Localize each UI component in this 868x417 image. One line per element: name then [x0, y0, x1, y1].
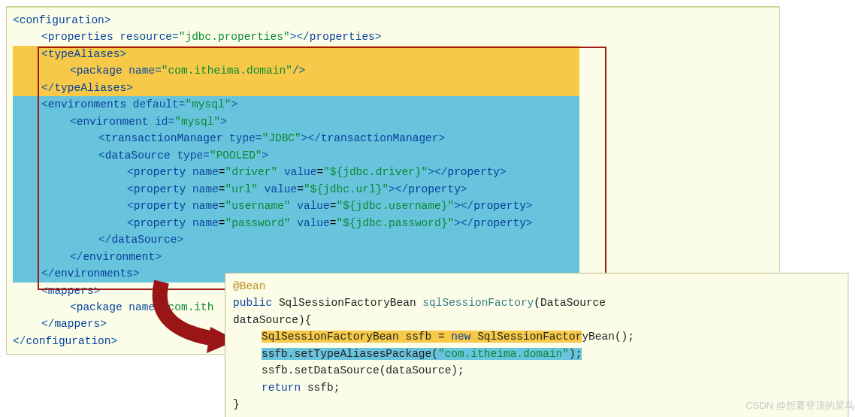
code-line-highlighted: <property name="url" value="${jdbc.url}"… [13, 181, 579, 198]
code-line-highlighted: <property name="username" value="${jdbc.… [13, 198, 579, 214]
xml-value: "username" [225, 200, 291, 212]
code-line-highlighted: <property name="driver" value="${jdbc.dr… [13, 164, 579, 180]
xml-tag: properties [48, 31, 113, 43]
xml-value: "POOLED" [210, 150, 262, 162]
java-code: ssfb; [301, 382, 340, 394]
bracket: > [155, 251, 162, 263]
xml-value: "com.ith [162, 301, 214, 313]
xml-tag: environment [83, 251, 155, 263]
xml-attr: value [297, 217, 330, 229]
code-line-highlighted: <environment id="mysql"> [13, 113, 579, 130]
xml-value: "com.itheima.domain" [162, 65, 292, 77]
xml-tag: property [134, 166, 186, 178]
xml-tag: property [134, 217, 186, 229]
code-line-highlighted: ssfb.setTypeAliasesPackage("com.itheima.… [233, 346, 840, 362]
equals: = [203, 150, 210, 162]
bracket: </ [70, 251, 83, 263]
code-line-highlighted: <package name="com.itheima.domain"/> [13, 62, 579, 79]
xml-tag: properties [310, 31, 375, 43]
xml-attr: value [284, 166, 317, 178]
bracket: < [41, 31, 48, 43]
code-line-highlighted: <environments default="mysql"> [13, 96, 579, 113]
bracket: > [526, 200, 533, 212]
xml-value: "${jdbc.url}" [304, 183, 389, 195]
bracket: </ [41, 82, 54, 94]
java-keyword: public [233, 297, 272, 309]
xml-tag: typeAliases [48, 48, 120, 60]
bracket: > [375, 31, 382, 43]
xml-value: "url" [225, 183, 259, 195]
xml-attr: value [265, 183, 298, 195]
brace: ){ [298, 314, 311, 326]
xml-tag: environment [77, 116, 149, 128]
java-code: ssfb.setDataSource(dataSource); [262, 364, 464, 376]
bracket: ></ [454, 200, 473, 212]
code-line-highlighted: <typeAliases> [13, 46, 579, 62]
xml-tag: configuration [26, 335, 110, 347]
code-line: public SqlSessionFactoryBean sqlSessionF… [233, 295, 840, 311]
xml-tag: dataSource [111, 234, 177, 246]
equals: = [155, 65, 162, 77]
xml-value: "${jdbc.username}" [336, 200, 454, 212]
bracket: > [526, 217, 533, 229]
bracket: < [41, 285, 48, 297]
bracket: < [70, 65, 77, 77]
bracket: > [133, 267, 140, 280]
code-line-highlighted: <transactionManager type="JDBC"></transa… [13, 130, 579, 147]
bracket: > [126, 82, 133, 94]
bracket: > [262, 150, 269, 162]
bracket: < [127, 200, 134, 212]
java-code: SqlSessionFactor [470, 331, 582, 343]
bracket: </ [13, 335, 26, 347]
xml-value: "jdbc.properties" [179, 31, 290, 43]
code-line-highlighted: SqlSessionFactoryBean ssfb = new SqlSess… [233, 328, 840, 345]
java-type: DataSource [540, 297, 606, 309]
java-string: "com.itheima.domain" [438, 348, 569, 360]
xml-tag: property [134, 183, 186, 195]
xml-attr: name [192, 166, 219, 178]
equals: = [172, 31, 179, 43]
equals: = [256, 132, 262, 144]
code-line: <configuration> [13, 12, 773, 29]
bracket: > [177, 234, 183, 246]
bracket: > [500, 166, 507, 178]
xml-value: "JDBC" [262, 132, 301, 144]
equals: = [155, 301, 162, 313]
bracket: ></ [290, 31, 310, 43]
bracket: < [41, 98, 48, 110]
java-method: sqlSessionFactory [422, 297, 534, 309]
xml-value: "password" [225, 217, 291, 229]
xml-attr: type [177, 150, 203, 162]
xml-attr: default [133, 98, 179, 110]
bracket: < [127, 166, 134, 178]
bracket: > [231, 98, 237, 110]
brace: } [233, 398, 240, 410]
xml-value: "driver" [225, 166, 278, 178]
xml-value: "mysql" [174, 116, 220, 128]
xml-tag: environments [54, 267, 132, 280]
xml-attr: id [155, 116, 168, 128]
code-line-highlighted: </typeAliases> [13, 80, 579, 96]
xml-tag: mappers [48, 285, 94, 297]
bracket: > [104, 14, 111, 26]
bracket: < [98, 132, 105, 144]
bracket: > [119, 48, 126, 60]
xml-attr: name [192, 217, 219, 229]
bracket: < [70, 116, 77, 128]
bracket: > [94, 285, 101, 297]
java-code: ); [569, 348, 582, 360]
xml-value: "mysql" [185, 98, 231, 110]
xml-tag: transactionManager [321, 132, 439, 144]
xml-tag: dataSource [105, 150, 171, 162]
bracket: < [127, 217, 134, 229]
xml-attr: name [192, 200, 219, 212]
java-code: ssfb.setTypeAliasesPackage( [262, 348, 438, 360]
xml-value: "${jdbc.password}" [336, 217, 454, 229]
bracket: ></ [428, 166, 447, 178]
bracket: > [100, 318, 107, 330]
code-line-highlighted: <property name="password" value="${jdbc.… [13, 215, 579, 231]
watermark-text: CSDN @想要登顶的菜鸟 [746, 399, 854, 412]
code-line: ssfb.setDataSource(dataSource); [233, 362, 840, 379]
xml-tag: typeAliases [54, 82, 126, 94]
xml-attr: name [129, 301, 155, 313]
